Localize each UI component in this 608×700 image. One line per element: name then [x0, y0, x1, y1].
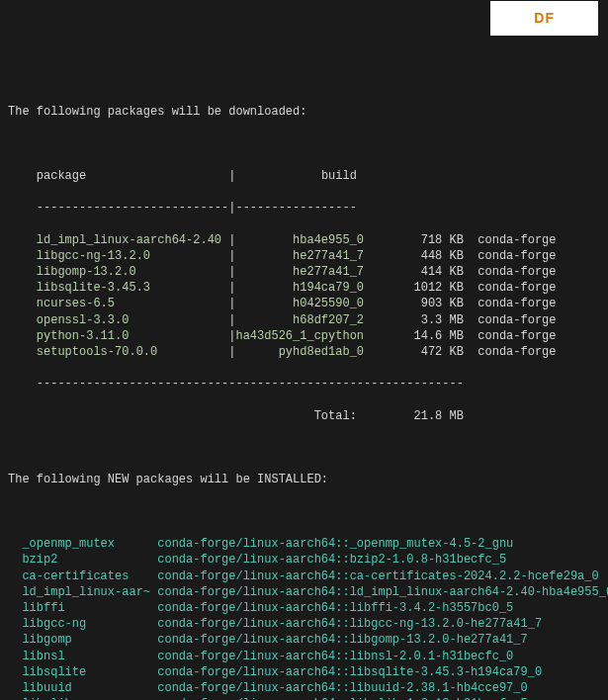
pkg-build: h194ca79_0	[235, 281, 364, 295]
col-divider: ---------------------------|------------…	[8, 200, 600, 216]
install-name: bzip2	[22, 553, 150, 567]
install-row: libnsl conda-forge/linux-aarch64::libnsl…	[8, 649, 600, 664]
install-row: libgomp conda-forge/linux-aarch64::libgo…	[8, 632, 600, 648]
install-spec: conda-forge/linux-aarch64::libsqlite-3.4…	[157, 665, 542, 679]
install-row: _openmp_mutex conda-forge/linux-aarch64:…	[8, 536, 600, 552]
pkg-build: h0425590_0	[235, 297, 364, 310]
install-row: bzip2 conda-forge/linux-aarch64::bzip2-1…	[8, 552, 600, 568]
install-name: libgcc-ng	[22, 617, 150, 631]
pkg-size: 718 KB	[364, 233, 464, 247]
install-name: libuuid	[22, 681, 150, 695]
install-spec: conda-forge/linux-aarch64::libgcc-ng-13.…	[157, 617, 542, 631]
install-row: libffi conda-forge/linux-aarch64::libffi…	[8, 600, 600, 616]
install-row: libgcc-ng conda-forge/linux-aarch64::lib…	[8, 616, 600, 632]
pkg-name: libsqlite-3.45.3	[37, 281, 228, 295]
install-row: ca-certificates conda-forge/linux-aarch6…	[8, 569, 600, 584]
install-spec: conda-forge/linux-aarch64::_openmp_mutex…	[157, 537, 513, 551]
pkg-size: 903 KB	[364, 297, 464, 310]
download-row: libgomp-13.2.0 | he277a41_7 414 KB conda…	[8, 264, 600, 280]
download-header: The following packages will be downloade…	[8, 104, 600, 120]
install-row: libzlib conda-forge/linux-aarch64::libzl…	[8, 696, 600, 700]
pkg-build: he277a41_7	[235, 249, 364, 263]
install-spec: conda-forge/linux-aarch64::libffi-3.4.2-…	[157, 601, 513, 615]
divider-long: ----------------------------------------…	[8, 376, 600, 392]
pkg-size: 3.3 MB	[364, 313, 464, 327]
install-spec: conda-forge/linux-aarch64::libnsl-2.0.1-…	[157, 650, 513, 663]
pkg-name: openssl-3.3.0	[37, 313, 228, 327]
install-name: libffi	[22, 601, 150, 615]
pkg-name: setuptools-70.0.0	[37, 345, 228, 359]
pkg-channel: conda-forge	[478, 265, 556, 279]
pkg-size: 448 KB	[364, 249, 464, 263]
install-header: The following NEW packages will be INSTA…	[8, 472, 600, 487]
pkg-size: 472 KB	[364, 345, 464, 359]
download-row: ncurses-6.5 | h0425590_0 903 KB conda-fo…	[8, 296, 600, 311]
total-line: Total: 21.8 MB	[8, 408, 600, 424]
pkg-build: h68df207_2	[235, 313, 364, 327]
pkg-size: 1012 KB	[364, 281, 464, 295]
pkg-build: he277a41_7	[235, 265, 364, 279]
install-name: _openmp_mutex	[22, 537, 150, 551]
pkg-channel: conda-forge	[478, 329, 556, 343]
pkg-name: python-3.11.0	[37, 329, 228, 343]
install-row: ld_impl_linux-aar~ conda-forge/linux-aar…	[8, 584, 600, 600]
download-row: openssl-3.3.0 | h68df207_2 3.3 MB conda-…	[8, 312, 600, 328]
pkg-name: libgomp-13.2.0	[37, 265, 228, 279]
download-row: python-3.11.0 |ha43d526_1_cpython 14.6 M…	[8, 328, 600, 344]
pkg-channel: conda-forge	[478, 249, 556, 263]
download-row: libsqlite-3.45.3 | h194ca79_0 1012 KB co…	[8, 280, 600, 296]
pkg-size: 414 KB	[364, 265, 464, 279]
download-row: libgcc-ng-13.2.0 | he277a41_7 448 KB con…	[8, 248, 600, 264]
pkg-build: pyhd8ed1ab_0	[235, 345, 364, 359]
pkg-channel: conda-forge	[478, 345, 556, 359]
download-row: setuptools-70.0.0 | pyhd8ed1ab_0 472 KB …	[8, 344, 600, 360]
install-name: libsqlite	[22, 665, 150, 679]
install-spec: conda-forge/linux-aarch64::bzip2-1.0.8-h…	[157, 553, 506, 567]
install-row: libsqlite conda-forge/linux-aarch64::lib…	[8, 664, 600, 680]
pkg-channel: conda-forge	[478, 233, 556, 247]
install-name: ca-certificates	[22, 569, 150, 583]
pkg-name: ld_impl_linux-aarch64-2.40	[37, 233, 228, 247]
pkg-name: libgcc-ng-13.2.0	[37, 249, 228, 263]
pkg-build: ha43d526_1_cpython	[235, 329, 364, 343]
install-spec: conda-forge/linux-aarch64::ld_impl_linux…	[157, 585, 608, 599]
install-spec: conda-forge/linux-aarch64::libgomp-13.2.…	[157, 633, 527, 647]
install-name: libgomp	[22, 633, 150, 647]
pkg-name: ncurses-6.5	[37, 297, 228, 310]
pkg-build: hba4e955_0	[235, 233, 364, 247]
install-name: ld_impl_linux-aar~	[22, 585, 150, 599]
install-row: libuuid conda-forge/linux-aarch64::libuu…	[8, 680, 600, 696]
install-spec: conda-forge/linux-aarch64::ca-certificat…	[157, 569, 598, 583]
install-spec: conda-forge/linux-aarch64::libuuid-2.38.…	[157, 681, 527, 695]
pkg-channel: conda-forge	[478, 313, 556, 327]
pkg-channel: conda-forge	[478, 297, 556, 310]
pkg-size: 14.6 MB	[364, 329, 464, 343]
badge: DF	[490, 1, 598, 36]
col-headers: package | build	[8, 168, 600, 184]
download-row: ld_impl_linux-aarch64-2.40 | hba4e955_0 …	[8, 232, 600, 248]
pkg-channel: conda-forge	[478, 281, 556, 295]
install-name: libnsl	[22, 650, 150, 663]
